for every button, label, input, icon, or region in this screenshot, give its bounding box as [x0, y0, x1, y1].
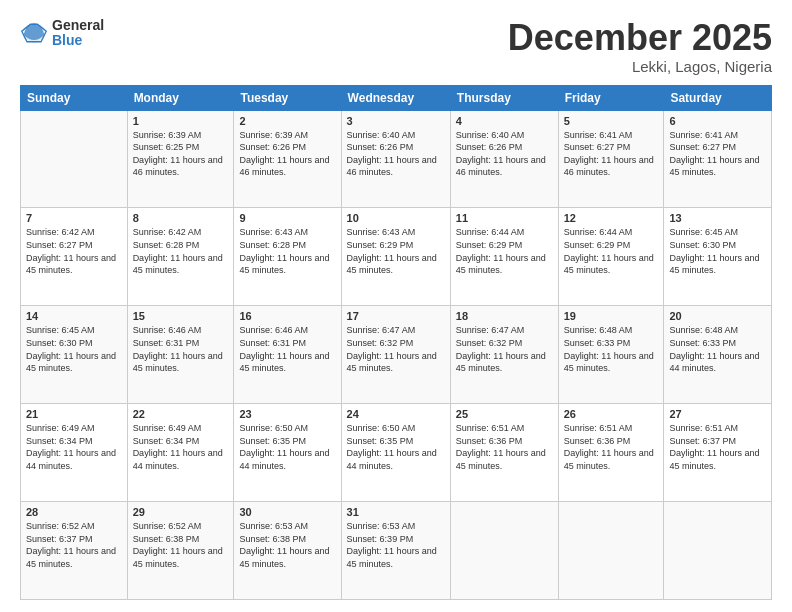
day-info: Sunrise: 6:39 AM Sunset: 6:26 PM Dayligh…: [239, 129, 335, 179]
day-number: 9: [239, 212, 335, 224]
day-info: Sunrise: 6:51 AM Sunset: 6:36 PM Dayligh…: [564, 422, 659, 472]
calendar-cell: 4Sunrise: 6:40 AM Sunset: 6:26 PM Daylig…: [450, 110, 558, 208]
day-info: Sunrise: 6:49 AM Sunset: 6:34 PM Dayligh…: [133, 422, 229, 472]
day-info: Sunrise: 6:53 AM Sunset: 6:39 PM Dayligh…: [347, 520, 445, 570]
day-number: 8: [133, 212, 229, 224]
calendar-cell: 8Sunrise: 6:42 AM Sunset: 6:28 PM Daylig…: [127, 208, 234, 306]
calendar-week-3: 14Sunrise: 6:45 AM Sunset: 6:30 PM Dayli…: [21, 306, 772, 404]
day-number: 10: [347, 212, 445, 224]
day-number: 22: [133, 408, 229, 420]
day-info: Sunrise: 6:40 AM Sunset: 6:26 PM Dayligh…: [347, 129, 445, 179]
day-info: Sunrise: 6:48 AM Sunset: 6:33 PM Dayligh…: [564, 324, 659, 374]
title-block: December 2025 Lekki, Lagos, Nigeria: [508, 18, 772, 75]
day-number: 29: [133, 506, 229, 518]
day-info: Sunrise: 6:39 AM Sunset: 6:25 PM Dayligh…: [133, 129, 229, 179]
logo-icon: [20, 19, 48, 47]
calendar-cell: 21Sunrise: 6:49 AM Sunset: 6:34 PM Dayli…: [21, 404, 128, 502]
day-number: 24: [347, 408, 445, 420]
day-number: 7: [26, 212, 122, 224]
day-number: 14: [26, 310, 122, 322]
day-number: 25: [456, 408, 553, 420]
day-info: Sunrise: 6:48 AM Sunset: 6:33 PM Dayligh…: [669, 324, 766, 374]
day-number: 13: [669, 212, 766, 224]
day-number: 12: [564, 212, 659, 224]
col-tuesday: Tuesday: [234, 85, 341, 110]
calendar-cell: 22Sunrise: 6:49 AM Sunset: 6:34 PM Dayli…: [127, 404, 234, 502]
calendar-cell: 15Sunrise: 6:46 AM Sunset: 6:31 PM Dayli…: [127, 306, 234, 404]
day-number: 27: [669, 408, 766, 420]
calendar-cell: [664, 502, 772, 600]
day-number: 17: [347, 310, 445, 322]
day-info: Sunrise: 6:46 AM Sunset: 6:31 PM Dayligh…: [133, 324, 229, 374]
day-info: Sunrise: 6:52 AM Sunset: 6:38 PM Dayligh…: [133, 520, 229, 570]
calendar-cell: 12Sunrise: 6:44 AM Sunset: 6:29 PM Dayli…: [558, 208, 664, 306]
calendar-cell: [450, 502, 558, 600]
day-info: Sunrise: 6:52 AM Sunset: 6:37 PM Dayligh…: [26, 520, 122, 570]
calendar-week-1: 1Sunrise: 6:39 AM Sunset: 6:25 PM Daylig…: [21, 110, 772, 208]
day-info: Sunrise: 6:44 AM Sunset: 6:29 PM Dayligh…: [456, 226, 553, 276]
calendar-cell: 18Sunrise: 6:47 AM Sunset: 6:32 PM Dayli…: [450, 306, 558, 404]
calendar-cell: 20Sunrise: 6:48 AM Sunset: 6:33 PM Dayli…: [664, 306, 772, 404]
col-friday: Friday: [558, 85, 664, 110]
calendar-cell: 28Sunrise: 6:52 AM Sunset: 6:37 PM Dayli…: [21, 502, 128, 600]
calendar-cell: 3Sunrise: 6:40 AM Sunset: 6:26 PM Daylig…: [341, 110, 450, 208]
calendar-cell: 5Sunrise: 6:41 AM Sunset: 6:27 PM Daylig…: [558, 110, 664, 208]
calendar-cell: 13Sunrise: 6:45 AM Sunset: 6:30 PM Dayli…: [664, 208, 772, 306]
calendar-cell: 24Sunrise: 6:50 AM Sunset: 6:35 PM Dayli…: [341, 404, 450, 502]
day-info: Sunrise: 6:47 AM Sunset: 6:32 PM Dayligh…: [456, 324, 553, 374]
day-number: 6: [669, 115, 766, 127]
day-info: Sunrise: 6:40 AM Sunset: 6:26 PM Dayligh…: [456, 129, 553, 179]
calendar-cell: 10Sunrise: 6:43 AM Sunset: 6:29 PM Dayli…: [341, 208, 450, 306]
day-number: 15: [133, 310, 229, 322]
day-info: Sunrise: 6:50 AM Sunset: 6:35 PM Dayligh…: [239, 422, 335, 472]
day-number: 19: [564, 310, 659, 322]
logo-text: General Blue: [52, 18, 104, 49]
calendar-table: Sunday Monday Tuesday Wednesday Thursday…: [20, 85, 772, 600]
day-info: Sunrise: 6:47 AM Sunset: 6:32 PM Dayligh…: [347, 324, 445, 374]
calendar-cell: 2Sunrise: 6:39 AM Sunset: 6:26 PM Daylig…: [234, 110, 341, 208]
col-sunday: Sunday: [21, 85, 128, 110]
calendar-cell: 27Sunrise: 6:51 AM Sunset: 6:37 PM Dayli…: [664, 404, 772, 502]
day-number: 1: [133, 115, 229, 127]
day-info: Sunrise: 6:41 AM Sunset: 6:27 PM Dayligh…: [564, 129, 659, 179]
day-info: Sunrise: 6:51 AM Sunset: 6:37 PM Dayligh…: [669, 422, 766, 472]
logo-general-text: General: [52, 18, 104, 33]
calendar-week-4: 21Sunrise: 6:49 AM Sunset: 6:34 PM Dayli…: [21, 404, 772, 502]
calendar-cell: 6Sunrise: 6:41 AM Sunset: 6:27 PM Daylig…: [664, 110, 772, 208]
day-number: 20: [669, 310, 766, 322]
calendar-cell: 23Sunrise: 6:50 AM Sunset: 6:35 PM Dayli…: [234, 404, 341, 502]
calendar-cell: 11Sunrise: 6:44 AM Sunset: 6:29 PM Dayli…: [450, 208, 558, 306]
day-info: Sunrise: 6:49 AM Sunset: 6:34 PM Dayligh…: [26, 422, 122, 472]
calendar-cell: 16Sunrise: 6:46 AM Sunset: 6:31 PM Dayli…: [234, 306, 341, 404]
day-number: 4: [456, 115, 553, 127]
day-info: Sunrise: 6:45 AM Sunset: 6:30 PM Dayligh…: [26, 324, 122, 374]
calendar-cell: 9Sunrise: 6:43 AM Sunset: 6:28 PM Daylig…: [234, 208, 341, 306]
day-number: 18: [456, 310, 553, 322]
day-info: Sunrise: 6:44 AM Sunset: 6:29 PM Dayligh…: [564, 226, 659, 276]
calendar-cell: 7Sunrise: 6:42 AM Sunset: 6:27 PM Daylig…: [21, 208, 128, 306]
day-number: 11: [456, 212, 553, 224]
day-number: 30: [239, 506, 335, 518]
calendar-cell: 31Sunrise: 6:53 AM Sunset: 6:39 PM Dayli…: [341, 502, 450, 600]
day-number: 16: [239, 310, 335, 322]
day-number: 5: [564, 115, 659, 127]
day-number: 2: [239, 115, 335, 127]
calendar-cell: [21, 110, 128, 208]
day-number: 23: [239, 408, 335, 420]
day-number: 3: [347, 115, 445, 127]
day-number: 28: [26, 506, 122, 518]
calendar-cell: 29Sunrise: 6:52 AM Sunset: 6:38 PM Dayli…: [127, 502, 234, 600]
logo-blue-text: Blue: [52, 33, 104, 48]
calendar-cell: [558, 502, 664, 600]
day-info: Sunrise: 6:43 AM Sunset: 6:29 PM Dayligh…: [347, 226, 445, 276]
day-info: Sunrise: 6:42 AM Sunset: 6:28 PM Dayligh…: [133, 226, 229, 276]
calendar-week-2: 7Sunrise: 6:42 AM Sunset: 6:27 PM Daylig…: [21, 208, 772, 306]
calendar-cell: 14Sunrise: 6:45 AM Sunset: 6:30 PM Dayli…: [21, 306, 128, 404]
calendar-cell: 26Sunrise: 6:51 AM Sunset: 6:36 PM Dayli…: [558, 404, 664, 502]
day-info: Sunrise: 6:41 AM Sunset: 6:27 PM Dayligh…: [669, 129, 766, 179]
day-info: Sunrise: 6:43 AM Sunset: 6:28 PM Dayligh…: [239, 226, 335, 276]
day-info: Sunrise: 6:53 AM Sunset: 6:38 PM Dayligh…: [239, 520, 335, 570]
col-saturday: Saturday: [664, 85, 772, 110]
calendar-cell: 19Sunrise: 6:48 AM Sunset: 6:33 PM Dayli…: [558, 306, 664, 404]
location: Lekki, Lagos, Nigeria: [508, 58, 772, 75]
